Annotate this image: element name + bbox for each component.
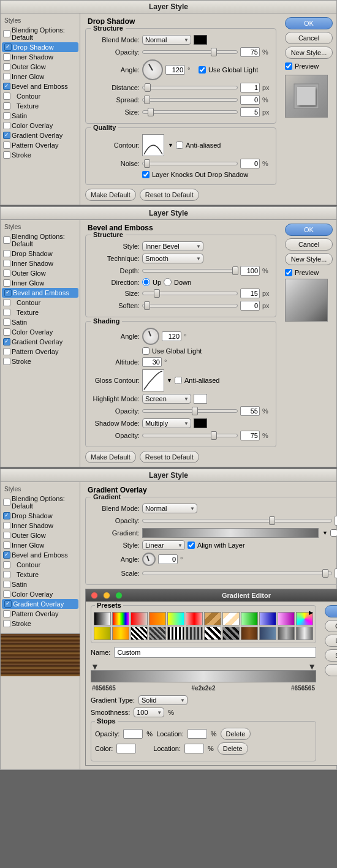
- spread-slider-thumb[interactable]: [144, 96, 150, 104]
- direction-down-radio[interactable]: [164, 278, 172, 286]
- noise-slider-thumb[interactable]: [144, 159, 150, 168]
- go-align-cb[interactable]: [187, 542, 195, 549]
- cb-color-overlay[interactable]: [3, 122, 10, 129]
- ge-stop-label-right[interactable]: #656565: [291, 685, 315, 692]
- bevel-soften-track[interactable]: [142, 304, 238, 308]
- sidebar1-item-satin[interactable]: Satin: [1, 111, 80, 121]
- angle-value-input[interactable]: [165, 65, 185, 75]
- cb-outer-glow[interactable]: [3, 63, 10, 70]
- preset-checker1[interactable]: [204, 612, 221, 625]
- gloss-contour-preview[interactable]: [142, 369, 164, 391]
- ge-opacity-stop-left[interactable]: ▼: [91, 662, 99, 671]
- cb-contour[interactable]: [3, 92, 10, 100]
- sidebar2-item-gradient-overlay[interactable]: Gradient Overlay: [1, 337, 80, 347]
- sidebar2-item-blending[interactable]: Blending Options: Default: [1, 232, 80, 249]
- cb3-drop-shadow[interactable]: [3, 512, 10, 519]
- cb2-texture[interactable]: [3, 309, 10, 316]
- cb2-blending[interactable]: [3, 236, 10, 244]
- cb-pattern-overlay[interactable]: [3, 142, 10, 149]
- use-global-light-cb[interactable]: [199, 66, 206, 74]
- blend-mode-select[interactable]: Normal: [142, 35, 191, 45]
- sidebar2-item-bevel[interactable]: Bevel and Emboss: [2, 288, 78, 298]
- shading-angle-input[interactable]: [162, 331, 181, 341]
- preset-bw[interactable]: [94, 612, 111, 625]
- preset-grey[interactable]: [278, 627, 295, 640]
- sidebar1-item-blending[interactable]: Blending Options: Default: [1, 25, 80, 42]
- highlight-color-swatch[interactable]: [194, 394, 207, 404]
- preset-navy[interactable]: [259, 627, 276, 640]
- bevel-depth-input[interactable]: [240, 266, 260, 276]
- ge-new-btn[interactable]: New: [325, 664, 337, 676]
- sidebar3-item-texture[interactable]: Texture: [1, 570, 80, 579]
- ge-type-select-wrapper[interactable]: Solid: [138, 695, 187, 705]
- cb3-stroke[interactable]: [3, 620, 10, 627]
- cb3-outer-glow[interactable]: [3, 532, 10, 539]
- sidebar2-item-inner-shadow[interactable]: Inner Shadow: [1, 259, 80, 268]
- sidebar2-item-outer-glow[interactable]: Outer Glow: [1, 268, 80, 278]
- cb3-inner-glow[interactable]: [3, 542, 10, 549]
- ge-smoothness-wrapper[interactable]: 100: [134, 708, 164, 717]
- go-angle-input[interactable]: [158, 554, 178, 564]
- ge-opacity-stop-right[interactable]: ▼: [308, 662, 316, 671]
- layer-knocks-cb[interactable]: [142, 171, 150, 178]
- cb3-inner-shadow[interactable]: [3, 522, 10, 529]
- bevel-soften-input[interactable]: [240, 301, 260, 311]
- size-value-input[interactable]: [240, 107, 260, 117]
- cb3-texture[interactable]: [3, 571, 10, 578]
- ge-opacity-delete-btn[interactable]: Delete: [221, 728, 251, 740]
- sidebar1-item-inner-glow[interactable]: Inner Glow: [1, 72, 80, 81]
- size-slider-track[interactable]: [142, 110, 238, 114]
- shadow-opacity-thumb[interactable]: [211, 431, 217, 440]
- highlight-opacity-thumb[interactable]: [192, 407, 198, 415]
- ge-color-delete-btn[interactable]: Delete: [218, 742, 248, 755]
- panel1-new-style-btn[interactable]: New Style...: [285, 47, 333, 59]
- bevel-depth-track[interactable]: [142, 269, 238, 273]
- cb3-bevel[interactable]: [3, 551, 10, 559]
- cb3-pattern-overlay[interactable]: [3, 610, 10, 617]
- sidebar2-item-pattern-overlay[interactable]: Pattern Overlay: [1, 347, 80, 357]
- preset-brown[interactable]: [241, 627, 258, 640]
- ge-save-btn[interactable]: Save...: [325, 649, 337, 662]
- sidebar3-item-stroke[interactable]: Stroke: [1, 619, 80, 628]
- make-default-btn[interactable]: Make Default: [85, 189, 136, 201]
- sidebar3-item-color-overlay[interactable]: Color Overlay: [1, 589, 80, 599]
- ge-name-input[interactable]: [114, 647, 316, 658]
- bevel-technique-select-wrapper[interactable]: Smooth: [142, 254, 203, 263]
- ge-stop-label-left[interactable]: #656565: [92, 685, 116, 692]
- noise-slider-track[interactable]: [142, 162, 238, 165]
- preset-grey2[interactable]: [296, 627, 313, 640]
- preset-blue[interactable]: [259, 612, 276, 625]
- ge-maximize-btn[interactable]: [115, 592, 123, 599]
- cb2-satin[interactable]: [3, 319, 10, 326]
- bevel-technique-select[interactable]: Smooth: [142, 254, 203, 263]
- shadow-opacity-track[interactable]: [142, 434, 238, 437]
- panel1-preview-cb[interactable]: [285, 62, 292, 70]
- opacity-slider-track[interactable]: [142, 50, 238, 54]
- sidebar1-item-drop-shadow[interactable]: Drop Shadow: [2, 42, 78, 52]
- ge-stop-opacity-input[interactable]: [123, 729, 143, 739]
- sidebar2-item-color-overlay[interactable]: Color Overlay: [1, 327, 80, 337]
- cb2-drop-shadow[interactable]: [3, 250, 10, 257]
- blend-color-swatch[interactable]: [194, 35, 207, 45]
- sidebar3-item-pattern-overlay[interactable]: Pattern Overlay: [1, 609, 80, 619]
- preset-orange[interactable]: [149, 612, 166, 625]
- go-opacity-input[interactable]: [335, 516, 337, 526]
- preset-diag2[interactable]: [149, 627, 166, 640]
- shading-angle-dial[interactable]: [142, 328, 159, 345]
- sidebar2-item-satin[interactable]: Satin: [1, 317, 80, 327]
- cb-blending[interactable]: [3, 30, 10, 37]
- sidebar2-item-contour[interactable]: Contour: [1, 298, 80, 308]
- shadow-color-swatch[interactable]: [194, 418, 207, 428]
- size-slider-thumb[interactable]: [148, 108, 154, 116]
- opacity-value-input[interactable]: [240, 47, 260, 57]
- sidebar3-item-contour[interactable]: Contour: [1, 560, 80, 570]
- cb-satin[interactable]: [3, 112, 10, 119]
- shading-global-light-cb[interactable]: [142, 347, 150, 355]
- bevel-size-thumb[interactable]: [154, 289, 160, 298]
- panel2-cancel-btn[interactable]: Cancel: [285, 238, 333, 251]
- distance-value-input[interactable]: [240, 83, 260, 92]
- sidebar2-item-drop-shadow[interactable]: Drop Shadow: [1, 249, 80, 259]
- bevel-depth-thumb[interactable]: [232, 266, 238, 275]
- preset-orange2[interactable]: [112, 627, 129, 640]
- preset-red-trans[interactable]: [131, 612, 148, 625]
